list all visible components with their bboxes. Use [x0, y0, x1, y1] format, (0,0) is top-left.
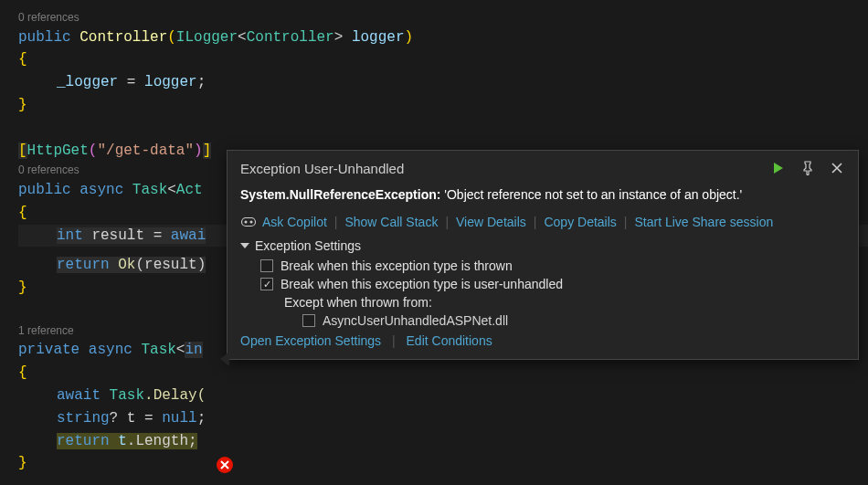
codelens-references[interactable]: 0 references — [18, 9, 868, 26]
close-icon[interactable] — [829, 160, 845, 176]
code-line[interactable]: public Controller(ILogger<Controller> lo… — [18, 26, 868, 49]
ask-copilot-link[interactable]: Ask Copilot — [262, 215, 327, 229]
exception-settings-body: Break when this exception type is thrown… — [240, 258, 845, 328]
pin-icon[interactable] — [799, 160, 816, 176]
exception-type: System.NullReferenceException: — [240, 187, 440, 202]
break-when-user-unhandled-label: Break when this exception type is user-u… — [281, 277, 563, 291]
svg-rect-0 — [242, 218, 256, 227]
view-details-link[interactable]: View Details — [456, 215, 526, 229]
checkbox-unchecked[interactable] — [302, 314, 315, 327]
start-live-share-link[interactable]: Start Live Share session — [634, 215, 773, 229]
break-when-thrown-row[interactable]: Break when this exception type is thrown — [260, 258, 845, 273]
popup-action-links: Ask Copilot | Show Call Stack | View Det… — [240, 215, 845, 229]
chevron-down-icon — [240, 243, 249, 248]
break-when-thrown-label: Break when this exception type is thrown — [281, 258, 513, 273]
open-exception-settings-link[interactable]: Open Exception Settings — [240, 333, 381, 348]
code-line[interactable]: return t.Length; — [18, 430, 868, 453]
exception-message: System.NullReferenceException: 'Object r… — [240, 187, 845, 202]
show-call-stack-link[interactable]: Show Call Stack — [344, 215, 438, 229]
edit-conditions-link[interactable]: Edit Conditions — [407, 333, 492, 348]
except-module-label: AsyncUserUnhandledASPNet.dll — [323, 313, 508, 328]
popup-title: Exception User-Unhandled — [240, 161, 404, 176]
except-module-row[interactable]: AsyncUserUnhandledASPNet.dll — [260, 313, 845, 328]
checkbox-unchecked[interactable] — [260, 259, 273, 272]
svg-point-2 — [250, 221, 253, 224]
copilot-icon — [240, 215, 257, 229]
except-when-thrown-label: Except when thrown from: — [260, 295, 845, 310]
code-line[interactable]: string? t = null; — [18, 407, 868, 430]
code-line[interactable]: _logger = logger; — [18, 71, 868, 94]
popup-header: Exception User-Unhandled — [240, 160, 845, 176]
popup-bottom-links: Open Exception Settings | Edit Condition… — [240, 333, 845, 348]
exception-settings-label: Exception Settings — [255, 238, 361, 253]
code-line[interactable]: } — [18, 452, 868, 475]
exception-settings-expander[interactable]: Exception Settings — [240, 238, 845, 253]
code-line[interactable]: { — [18, 48, 868, 71]
checkbox-checked[interactable]: ✓ — [260, 278, 273, 290]
error-glyph-icon[interactable] — [217, 457, 233, 473]
continue-icon[interactable] — [770, 160, 787, 176]
code-line[interactable]: await Task.Delay( — [18, 385, 868, 407]
break-when-user-unhandled-row[interactable]: ✓ Break when this exception type is user… — [260, 277, 845, 291]
code-line[interactable]: { — [18, 362, 868, 385]
svg-point-1 — [245, 221, 248, 224]
popup-controls — [770, 160, 845, 176]
code-line[interactable]: } — [18, 94, 868, 117]
copy-details-link[interactable]: Copy Details — [544, 215, 616, 229]
exception-helper-popup: Exception User-Unhandled System.NullRefe… — [227, 150, 859, 360]
exception-text: 'Object reference not set to an instance… — [444, 187, 742, 202]
blank-line — [18, 117, 868, 140]
